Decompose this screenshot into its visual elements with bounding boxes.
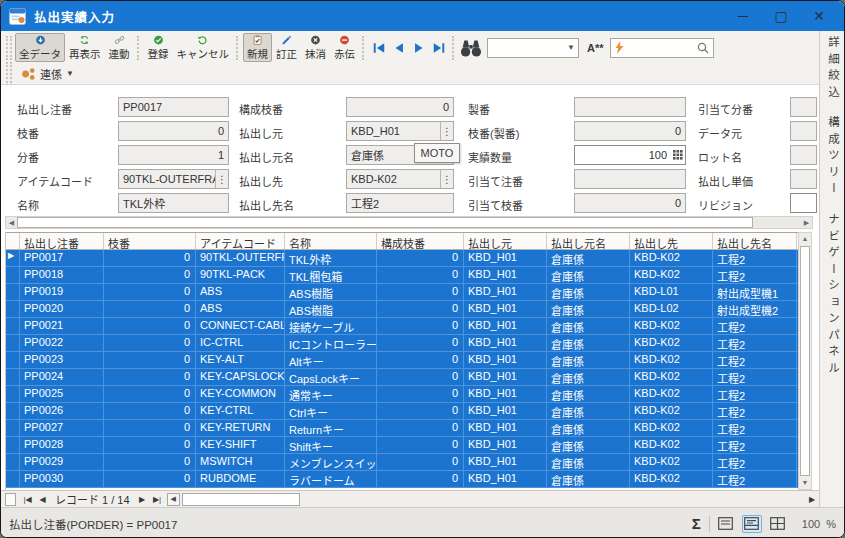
form-field-0-1[interactable]: 0 (118, 121, 229, 141)
scroll-up-icon[interactable]: ▲ (802, 233, 809, 245)
form-view-button[interactable] (716, 515, 736, 533)
quick-search-input[interactable] (610, 38, 714, 58)
form-field-1-0[interactable]: 0 (346, 97, 454, 117)
refresh-button[interactable]: 再表示 (65, 33, 105, 62)
red-slip-button[interactable]: 赤伝 (330, 33, 359, 62)
form-field-2-4[interactable]: 0 (574, 193, 686, 213)
grid-cell: 0 (377, 369, 464, 385)
find-button[interactable] (459, 36, 483, 60)
lookup-dots-icon[interactable]: ⋮ (215, 170, 228, 188)
grid-cell: Ctrlキー (285, 403, 377, 419)
lookup-dots-icon[interactable]: ⋮ (440, 170, 453, 188)
form-field-2-1[interactable]: 0 (574, 121, 686, 141)
side-tab-0[interactable]: 詳細絞込 (825, 36, 841, 102)
grid-vertical-scrollbar[interactable]: ▲ ▼ (798, 232, 812, 490)
grid-hscroll-thumb[interactable] (182, 493, 300, 506)
sum-icon[interactable]: Σ (692, 515, 701, 532)
grid-col-header[interactable]: 払出し元名 (547, 233, 630, 249)
grid-row[interactable]: PP0018090TKL-PACKTKL梱包箱0KBD_H01倉庫係KBD-K0… (6, 267, 798, 284)
clipboard-check-icon (250, 35, 265, 45)
grid-view-button[interactable] (768, 515, 788, 533)
last-record-button[interactable] (429, 36, 449, 60)
correct-button[interactable]: 訂正 (272, 33, 301, 62)
grid-col-header[interactable]: 払出し注番 (20, 233, 104, 249)
grid-cell: KEY-ALT (196, 352, 285, 368)
grid-row[interactable]: ▶PP0017090TKL-OUTERFRAMETKL外枠0KBD_H01倉庫係… (6, 250, 798, 267)
next-page-icon[interactable]: ▶ (135, 495, 150, 504)
form-field-0-3[interactable]: 90TKL-OUTERFRAME⋮ (118, 169, 229, 189)
last-page-icon[interactable]: ▶| (150, 495, 165, 504)
next-record-button[interactable] (409, 36, 429, 60)
grid-row[interactable]: PP00220IC-CTRLICコントローラー0KBD_H01倉庫係KBD-K0… (6, 335, 798, 352)
grid-col-header[interactable]: 払出し元 (464, 233, 547, 249)
grid-cell: KBD_H01 (464, 420, 547, 436)
grid-row[interactable]: PP00210CONNECT-CABLE接続ケーブル0KBD_H01倉庫係KBD… (6, 318, 798, 335)
cancel-button[interactable]: キャンセル (173, 33, 234, 62)
prev-page-icon[interactable]: ◀ (35, 495, 50, 504)
form-field-3-2[interactable] (790, 145, 817, 165)
scrollbar-thumb[interactable] (800, 246, 810, 476)
form-field-3-4[interactable] (790, 193, 817, 213)
form-field-1-3[interactable]: KBD-K02⋮ (346, 169, 454, 189)
lookup-dots-icon[interactable]: ⋮ (440, 122, 453, 140)
form-field-1-1[interactable]: KBD_H01⋮ (346, 121, 454, 141)
toolbar2-handle[interactable] (6, 62, 12, 86)
side-tab-2[interactable]: ナビゲーションパネル (825, 213, 841, 378)
first-record-button[interactable] (369, 36, 389, 60)
grid-row[interactable]: PP00230KEY-ALTAltキー0KBD_H01倉庫係KBD-K02工程2 (6, 352, 798, 369)
scroll-right-icon[interactable]: ▶ (801, 217, 812, 228)
side-tab-1[interactable]: 構成ツリー (825, 116, 841, 199)
new-button[interactable]: 新規 (243, 33, 272, 62)
prev-record-button[interactable] (389, 36, 409, 60)
grid-col-header[interactable]: 構成枝番 (377, 233, 464, 249)
grid-col-header[interactable]: アイテムコード (196, 233, 285, 249)
close-button[interactable]: ✕ (808, 6, 830, 26)
grid-cell: KBD_H01 (464, 318, 547, 334)
scroll-left-icon[interactable]: ◀ (6, 217, 17, 228)
link-menu-button[interactable]: 連係 ▼ (15, 64, 80, 84)
toolbar-handle[interactable] (6, 36, 12, 60)
grid-col-header[interactable]: 払出し先名 (713, 233, 797, 249)
form-field-3-1[interactable] (790, 121, 817, 141)
form-field-2-3[interactable] (574, 169, 686, 189)
grid-scroll-left-icon[interactable]: ◀ (167, 493, 180, 506)
grid-row[interactable]: PP00290MSWITCHメンブレンスイッチ0KBD_H01倉庫係KBD-K0… (6, 454, 798, 471)
grid-row[interactable]: PP00280KEY-SHIFTShiftキー0KBD_H01倉庫係KBD-K0… (6, 437, 798, 454)
form-grid-view-button[interactable] (742, 515, 762, 533)
maximize-button[interactable]: ▢ (770, 6, 792, 26)
form-field-3-0[interactable] (790, 97, 817, 117)
interlock-button[interactable]: 連動 (105, 33, 134, 62)
grid-row[interactable]: PP00250KEY-COMMON通常キー0KBD_H01倉庫係KBD-K02工… (6, 386, 798, 403)
grid-scroll-right-icon[interactable]: ▶ (805, 495, 819, 504)
grid-row[interactable]: PP00300RUBDOMEラバードーム0KBD_H01倉庫係KBD-K02工程… (6, 471, 798, 488)
grid-marker-header (6, 233, 20, 249)
form-field-2-0[interactable] (574, 97, 686, 117)
grid-row[interactable]: PP00240KEY-CAPSLOCKCapsLockキー0KBD_H01倉庫係… (6, 369, 798, 386)
form-field-0-4[interactable]: TKL外枠 (118, 193, 229, 213)
form-field-3-3[interactable] (790, 169, 817, 189)
first-page-icon[interactable]: |◀ (20, 495, 35, 504)
grid-col-header[interactable]: 名称 (285, 233, 377, 249)
scroll-down-icon[interactable]: ▼ (802, 477, 809, 489)
form-field-0-0[interactable]: PP0017 (118, 97, 229, 117)
scrollbar-thumb[interactable] (17, 217, 753, 228)
calculator-icon[interactable] (671, 150, 685, 160)
register-button[interactable]: 登録 (144, 33, 173, 62)
all-data-button[interactable]: 全データ (15, 33, 65, 62)
grid-row[interactable]: PP00270KEY-RETURNReturnキー0KBD_H01倉庫係KBD-… (6, 420, 798, 437)
form-field-0-2[interactable]: 1 (118, 145, 229, 165)
form-horizontal-scrollbar[interactable]: ◀ ▶ (5, 216, 813, 229)
erase-button[interactable]: 抹消 (301, 33, 330, 62)
zoom-percent[interactable]: % (826, 518, 836, 530)
grid-col-header[interactable]: 枝番 (104, 233, 196, 249)
form-field-1-4[interactable]: 工程2 (346, 193, 454, 213)
grid-col-header[interactable]: 払出し先 (630, 233, 713, 249)
grid-row[interactable]: PP00200ABSABS樹脂0KBD_H01倉庫係KBD-L02射出成型機2 (6, 301, 798, 318)
grid-row[interactable]: PP00260KEY-CTRLCtrlキー0KBD_H01倉庫係KBD-K02工… (6, 403, 798, 420)
form-field-2-2[interactable]: 100 (574, 145, 686, 165)
grid-cell: ABS (196, 301, 285, 317)
minimize-button[interactable]: ─ (732, 6, 754, 26)
grid-row[interactable]: PP00190ABSABS樹脂0KBD_H01倉庫係KBD-L01射出成型機1 (6, 284, 798, 301)
filter-combobox[interactable]: ▼ (487, 38, 579, 58)
record-count-label: レコード 1 / 14 (50, 491, 135, 507)
